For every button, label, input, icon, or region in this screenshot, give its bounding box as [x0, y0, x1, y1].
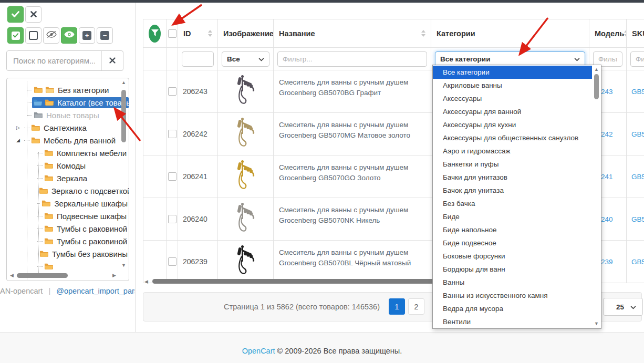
category-option[interactable]: Аксессуары для общественных санузлов — [433, 131, 592, 144]
tree-item[interactable]: Подвесные шкафы — [7, 210, 129, 222]
category-option[interactable]: Банкетки и пуфы — [433, 158, 592, 171]
scroll-right-icon[interactable]: ▶ — [112, 273, 116, 278]
scrollbar-thumb[interactable] — [594, 74, 599, 99]
row-checkbox[interactable] — [168, 215, 176, 223]
column-header-model[interactable]: Модель — [589, 19, 627, 48]
expand-all-button[interactable]: + — [79, 27, 95, 44]
scroll-left-icon[interactable]: ◀ — [10, 273, 14, 278]
tree-item[interactable]: Зеркало с подсветкой — [7, 184, 129, 197]
category-option[interactable]: Бордюры для ванн — [433, 263, 592, 276]
credits-link[interactable]: @opencart_import_parsing — [56, 287, 135, 295]
category-option[interactable]: Акриловые ванны — [433, 79, 592, 92]
tree-item-content: Комоды — [43, 160, 87, 171]
name-filter-input[interactable] — [277, 51, 427, 67]
column-header-id[interactable]: ID — [178, 19, 218, 48]
category-option[interactable]: Ванны из искусственного камня — [433, 289, 592, 302]
category-search-input[interactable] — [7, 51, 101, 70]
column-header-name[interactable]: Название — [274, 19, 431, 48]
category-option[interactable]: Аксессуары для ванной — [433, 105, 592, 118]
dropdown-scrollbar[interactable]: ▲ ▼ — [592, 66, 600, 328]
tree-item[interactable]: Зеркальные шкафы — [7, 197, 129, 210]
scroll-up-icon[interactable]: ▲ — [594, 67, 599, 72]
sku-filter-input[interactable] — [630, 51, 644, 67]
scroll-down-icon[interactable]: ▼ — [594, 321, 599, 326]
product-sku-link[interactable]: GB50 — [631, 215, 644, 223]
product-model-link[interactable]: 242 — [601, 130, 613, 138]
cancel-button[interactable] — [25, 6, 41, 23]
check-all-button[interactable] — [7, 27, 24, 44]
tree-horizontal-scrollbar[interactable] — [17, 273, 68, 278]
tree-item[interactable]: Тумбы с раковиной — [7, 222, 129, 235]
tree-item[interactable]: ▷Сантехника — [7, 121, 129, 134]
category-option[interactable]: Аксессуары — [433, 92, 592, 105]
hide-button[interactable] — [43, 27, 59, 44]
category-option[interactable]: Ведра для мусора — [433, 302, 592, 315]
product-sku-link[interactable]: GB50 — [631, 258, 644, 266]
tree-item[interactable]: Тумбы без раковины — [7, 247, 129, 260]
scroll-left-icon[interactable]: ◀ — [144, 279, 148, 284]
expanded-arrow-icon[interactable]: ◢ — [16, 138, 23, 143]
product-sku-link[interactable]: GB50 — [631, 130, 644, 138]
chevron-down-icon — [258, 55, 264, 63]
category-option[interactable]: Боковые форсунки — [433, 250, 592, 263]
category-option[interactable]: Бачки для унитазов — [433, 171, 592, 184]
clear-search-button[interactable] — [101, 51, 123, 70]
show-button[interactable] — [61, 27, 77, 44]
collapse-all-button[interactable]: − — [97, 27, 113, 44]
tree-item[interactable]: Комплекты мебели — [7, 147, 129, 159]
product-model-link[interactable]: 240 — [601, 215, 613, 223]
category-option[interactable]: Аэро и гидромассаж — [433, 144, 592, 158]
row-checkbox[interactable] — [168, 172, 176, 181]
category-option[interactable]: Биде напольное — [433, 223, 592, 236]
column-header-sku[interactable]: SKU — [627, 19, 644, 48]
filter-cell-empty — [143, 48, 167, 70]
page-button[interactable]: 1 — [389, 298, 405, 315]
tree-item[interactable]: Комоды — [7, 159, 129, 172]
tree-item-label: Зеркальные шкафы — [54, 199, 128, 208]
product-sku-link[interactable]: GB50 — [631, 173, 644, 181]
tree-item[interactable]: ◢Мебель для ванной — [7, 134, 129, 147]
column-header-image[interactable]: Изображение — [218, 19, 274, 48]
tree-item[interactable] — [7, 260, 129, 273]
select-all-checkbox[interactable] — [168, 29, 176, 38]
product-model-link[interactable]: 241 — [601, 173, 613, 181]
collapsed-arrow-icon[interactable]: ▷ — [16, 125, 23, 130]
tree-item[interactable]: Зеркала — [7, 172, 129, 184]
tree-vertical-scrollbar[interactable] — [121, 90, 126, 142]
tree-item[interactable]: Без категории — [7, 84, 129, 96]
category-option[interactable]: Без бачка — [433, 197, 592, 210]
page-button[interactable]: 2 — [408, 298, 424, 315]
tree-item[interactable]: Новые товары — [7, 109, 129, 121]
product-sku-link[interactable]: GB50 — [631, 88, 644, 96]
tree-item[interactable]: Каталог (все товары) — [7, 96, 129, 109]
apply-filter-button[interactable] — [149, 25, 161, 43]
tree-connector — [37, 178, 43, 179]
column-header-categories[interactable]: Категории — [431, 19, 589, 48]
category-option[interactable]: Все категории — [433, 66, 592, 79]
category-option[interactable]: Вентили — [433, 315, 592, 328]
page-size-select[interactable]: 25 — [603, 298, 643, 316]
category-option[interactable]: Биде подвесное — [433, 236, 592, 250]
uncheck-all-button[interactable] — [25, 27, 41, 44]
category-option[interactable]: Ванны — [433, 276, 592, 289]
tree-item-label: Зеркала — [57, 174, 87, 183]
folder-grey-icon — [34, 111, 43, 119]
folder-icon — [31, 137, 40, 144]
confirm-button[interactable] — [7, 6, 24, 23]
id-filter-input[interactable] — [182, 51, 214, 67]
row-checkbox[interactable] — [168, 87, 176, 96]
tree-item[interactable]: Тумбы с раковиной — [7, 235, 129, 247]
row-checkbox[interactable] — [168, 130, 176, 138]
scroll-down-icon[interactable]: ▼ — [121, 263, 126, 268]
category-option[interactable]: Биде — [433, 210, 592, 223]
product-model-link[interactable]: 239 — [601, 258, 613, 266]
product-image — [232, 117, 260, 151]
opencart-link[interactable]: OpenCart — [242, 347, 275, 355]
category-option[interactable]: Бачок для унитаза — [433, 184, 592, 197]
scroll-up-icon[interactable]: ▲ — [121, 80, 126, 85]
image-filter-select[interactable]: Все — [222, 51, 269, 67]
row-checkbox[interactable] — [168, 257, 176, 266]
product-model-link[interactable]: 243 — [601, 88, 613, 96]
pagination-status: Страница 1 из 5862 (всего товаров: 14653… — [222, 293, 380, 321]
category-option[interactable]: Аксессуары для кухни — [433, 118, 592, 131]
